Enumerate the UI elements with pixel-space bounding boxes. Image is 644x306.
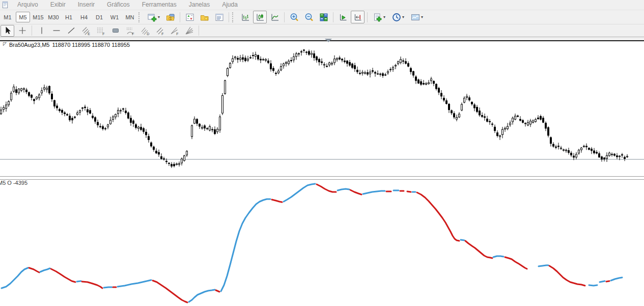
- indicator-segment-up: [118, 280, 151, 287]
- trendline-icon: [66, 25, 76, 36]
- menu-item-arquivo[interactable]: Arquivo: [11, 1, 44, 9]
- fibo-arcs-button[interactable]: F: [123, 25, 137, 37]
- new-chart-button[interactable]: ▾: [145, 11, 162, 23]
- dropdown-caret-icon[interactable]: ▾: [421, 15, 423, 19]
- indicators-button[interactable]: ▾: [370, 11, 388, 23]
- menu-item-ajuda[interactable]: Ajuda: [216, 1, 244, 9]
- chart-window: ◸ Bra50Aug23,M5 118870 118995 118870 118…: [0, 37, 644, 306]
- equidistant-channel-icon: E: [81, 25, 91, 36]
- cursor-button[interactable]: [1, 25, 14, 37]
- zoom-in-icon: [289, 12, 299, 22]
- trendline-button[interactable]: [64, 25, 78, 37]
- fibo-channel-icon: F: [155, 25, 165, 36]
- bar-chart-button[interactable]: [238, 11, 252, 23]
- indicator-segment-down: [317, 184, 336, 192]
- icon-letter: F: [176, 32, 178, 36]
- indicator-segment-up: [189, 290, 215, 302]
- chart-title-marker-icon: ◸: [3, 41, 7, 46]
- indicator-segment-up: [611, 277, 622, 281]
- dropdown-caret-icon[interactable]: ▾: [158, 15, 160, 19]
- templates-icon: [410, 12, 421, 22]
- fibo-channel-button[interactable]: F: [153, 25, 166, 37]
- fibo-retracement-button[interactable]: F: [94, 25, 107, 37]
- menu-item-inserir[interactable]: Inserir: [72, 1, 101, 9]
- toolbar-separator: [367, 12, 368, 22]
- zoom-out-button[interactable]: [302, 11, 316, 23]
- indicator-segment-up: [284, 184, 315, 202]
- indicator-segment-down: [465, 241, 492, 258]
- chart-symbol: Bra50Aug23,M5: [9, 42, 50, 48]
- favorites-button[interactable]: [198, 11, 211, 23]
- line-chart-button[interactable]: [268, 11, 282, 23]
- tile-windows-button[interactable]: [317, 11, 330, 23]
- indicator-segment-up: [221, 199, 270, 291]
- indicator-segment-down: [606, 281, 609, 282]
- tile-windows-icon: [319, 12, 329, 22]
- timeframe-button-m5[interactable]: M5: [16, 12, 30, 22]
- bar-chart-icon: [240, 12, 250, 22]
- candle-chart-button[interactable]: [253, 11, 267, 23]
- dropdown-caret-icon[interactable]: ▾: [383, 15, 385, 19]
- timeframe-button-mn[interactable]: MN: [123, 12, 137, 22]
- vertical-line-button[interactable]: [35, 25, 48, 37]
- subwindow-separator[interactable]: [0, 176, 644, 180]
- indicator-label: M5 O -4395: [0, 180, 27, 186]
- indicator-segment-down: [51, 269, 75, 282]
- line-chart-icon: [270, 12, 280, 22]
- indicator-segment-up: [539, 265, 548, 266]
- auto-scroll-button[interactable]: [336, 11, 350, 23]
- horizontal-line-button[interactable]: [49, 25, 63, 37]
- menu-item-janelas[interactable]: Janelas: [183, 1, 216, 9]
- candlestick-chart-canvas[interactable]: [0, 37, 644, 306]
- indicator-segment-down: [82, 282, 102, 288]
- indicator-segment-up: [338, 189, 349, 190]
- templates-button[interactable]: ▾: [408, 11, 426, 23]
- dropdown-caret-icon[interactable]: ▾: [402, 15, 404, 19]
- toolbar-grip[interactable]: [232, 12, 237, 22]
- timeframe-button-h1[interactable]: H1: [62, 12, 76, 22]
- timeframe-button-w1[interactable]: W1: [107, 12, 122, 22]
- fibo-retracement-icon: F: [96, 25, 106, 36]
- timeframe-button-m30[interactable]: M30: [46, 12, 61, 22]
- fibo-arcs-icon: F: [125, 25, 135, 36]
- favorites-icon: [200, 12, 210, 22]
- fibo-expansion-button[interactable]: F: [167, 25, 181, 37]
- toolbar-grip[interactable]: [138, 12, 143, 22]
- market-watch-button[interactable]: [183, 11, 197, 23]
- gann-fan-button[interactable]: [182, 25, 196, 37]
- app-logo-icon: [1, 1, 9, 9]
- navigator-icon: [214, 12, 225, 22]
- gann-fan-icon: [184, 25, 194, 36]
- andrews-pitchfork-button[interactable]: D: [138, 25, 152, 37]
- indicator-segment-down: [407, 191, 411, 192]
- toolbar-separator: [333, 12, 333, 22]
- timeframe-button-m15[interactable]: M15: [31, 12, 45, 22]
- equidistant-channel-button[interactable]: E: [79, 25, 93, 37]
- indicator-segment-down: [272, 200, 282, 202]
- indicator-segment-up: [363, 191, 385, 194]
- menu-item-exibir[interactable]: Exibir: [44, 1, 72, 9]
- chart-shift-icon: [353, 12, 363, 22]
- navigator-button[interactable]: [212, 11, 226, 23]
- profiles-button[interactable]: $: [163, 11, 177, 23]
- indicator-segment-up: [2, 268, 28, 288]
- crosshair-button[interactable]: [15, 25, 29, 37]
- icon-letter: D: [147, 32, 149, 36]
- menu-item-graficos[interactable]: Gráficos: [101, 1, 136, 9]
- rectangle-icon: [110, 25, 121, 36]
- periods-button[interactable]: ▾: [389, 11, 407, 23]
- indicator-segment-down: [549, 266, 585, 286]
- rectangle-button[interactable]: [108, 25, 122, 37]
- zoom-in-button[interactable]: [287, 11, 301, 23]
- indicator-line: [2, 184, 622, 302]
- icon-letter: F: [132, 32, 134, 36]
- indicator-segment-up: [104, 287, 112, 288]
- timeframe-button-d1[interactable]: D1: [92, 12, 106, 22]
- indicator-segment-up: [589, 285, 597, 286]
- menu-item-ferramentas[interactable]: Ferramentas: [136, 1, 183, 9]
- cursor-icon: [3, 25, 13, 36]
- timeframe-button-m1[interactable]: M1: [1, 12, 15, 22]
- timeframe-button-h4[interactable]: H4: [77, 12, 91, 22]
- chart-shift-button[interactable]: [351, 11, 365, 23]
- indicator-segment-down: [153, 281, 187, 302]
